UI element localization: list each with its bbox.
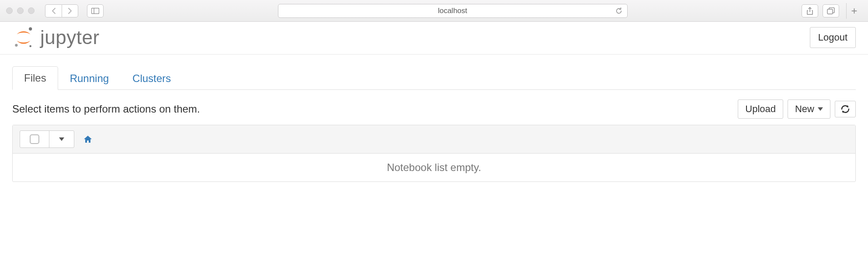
- browser-right-buttons: +: [802, 3, 862, 19]
- chevron-left-icon: [51, 7, 56, 14]
- tabs-icon: [827, 7, 835, 14]
- chevron-down-icon: [59, 137, 64, 141]
- forward-button[interactable]: [62, 4, 78, 17]
- nav-buttons: [45, 4, 78, 17]
- tab-files[interactable]: Files: [12, 66, 58, 90]
- jupyter-header: jupyter Logout: [0, 22, 868, 51]
- address-text: localhost: [438, 7, 467, 15]
- list-header: [13, 125, 855, 154]
- reload-button[interactable]: [615, 7, 623, 15]
- upload-button[interactable]: Upload: [738, 99, 783, 119]
- select-menu-dropdown[interactable]: [49, 131, 74, 147]
- toolbar-buttons: Upload New: [738, 99, 856, 119]
- main-container: Files Running Clusters Select items to p…: [0, 55, 868, 182]
- chevron-right-icon: [67, 7, 73, 14]
- select-all-group: [20, 130, 74, 148]
- home-icon: [83, 135, 93, 144]
- svg-point-4: [15, 44, 17, 47]
- sidebar-icon: [91, 8, 99, 14]
- address-bar[interactable]: localhost: [278, 4, 628, 18]
- select-all-checkbox-cell[interactable]: [20, 131, 49, 147]
- browser-toolbar: localhost +: [0, 0, 868, 22]
- tabs-overview-button[interactable]: [823, 4, 839, 17]
- logout-button[interactable]: Logout: [810, 27, 856, 48]
- select-all-checkbox[interactable]: [30, 134, 39, 144]
- jupyter-logo-text: jupyter: [40, 27, 100, 48]
- tab-running[interactable]: Running: [58, 67, 121, 90]
- svg-point-5: [29, 45, 31, 47]
- share-icon: [806, 7, 813, 15]
- svg-rect-2: [827, 9, 833, 14]
- svg-point-3: [29, 27, 32, 31]
- window-maximize-icon[interactable]: [28, 7, 35, 14]
- new-dropdown-button[interactable]: New: [788, 99, 830, 119]
- share-button[interactable]: [802, 4, 818, 17]
- sidebar-toggle-button[interactable]: [87, 4, 104, 17]
- window-close-icon[interactable]: [6, 7, 13, 14]
- tab-bar: Files Running Clusters: [12, 66, 856, 90]
- refresh-icon: [840, 105, 850, 113]
- window-minimize-icon[interactable]: [17, 7, 24, 14]
- refresh-list-button[interactable]: [835, 101, 856, 117]
- new-button-label: New: [795, 103, 814, 115]
- jupyter-logo[interactable]: jupyter: [12, 26, 100, 49]
- plus-icon: +: [851, 5, 857, 17]
- jupyter-logo-icon: [12, 26, 35, 49]
- reload-icon: [615, 7, 623, 15]
- selection-hint: Select items to perform actions on them.: [12, 103, 200, 115]
- chevron-down-icon: [818, 107, 823, 111]
- empty-list-message: Notebook list empty.: [13, 154, 855, 182]
- new-tab-button[interactable]: +: [846, 3, 862, 19]
- window-traffic-lights: [6, 7, 35, 14]
- back-button[interactable]: [45, 4, 62, 17]
- svg-rect-0: [92, 8, 99, 14]
- notebook-list: Notebook list empty.: [12, 125, 856, 182]
- action-toolbar: Select items to perform actions on them.…: [12, 99, 856, 119]
- breadcrumb-home[interactable]: [83, 135, 93, 144]
- tab-clusters[interactable]: Clusters: [121, 67, 183, 90]
